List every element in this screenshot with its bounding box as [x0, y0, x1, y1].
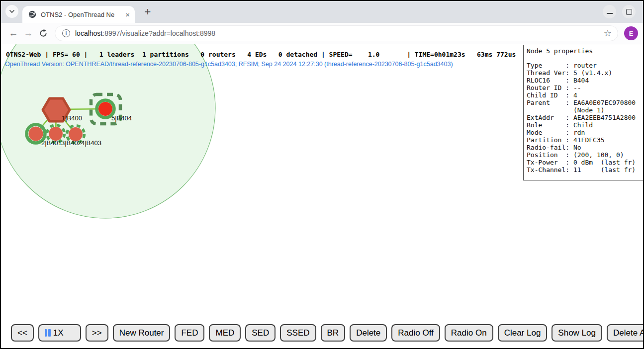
step-forward-button[interactable]: >>	[86, 324, 108, 342]
navigation-toolbar: ← → i localhost:8997/visualize?addr=loca…	[1, 23, 643, 44]
tab-close-icon[interactable]: ×	[125, 11, 130, 18]
node-3-body	[49, 127, 63, 141]
page-content: OTNS2-Web | FPS= 60 | 1 leaders 1 partit…	[1, 44, 643, 348]
delete-button[interactable]: Delete	[350, 324, 387, 342]
url-text[interactable]: localhost:8997/visualize?addr=localhost:…	[75, 29, 600, 37]
chevron-down-icon	[9, 9, 15, 13]
minimize-icon	[607, 13, 613, 14]
tab-favicon-globe-icon	[28, 10, 36, 18]
forward-button[interactable]: →	[21, 26, 36, 41]
node-1-label: 1|B400	[62, 114, 82, 122]
speed-label: 1X	[53, 328, 64, 338]
med-button[interactable]: MED	[209, 324, 241, 342]
tab-search-button[interactable]	[5, 5, 18, 18]
profile-avatar[interactable]: E	[624, 26, 638, 40]
new-router-button[interactable]: New Router	[113, 324, 171, 342]
radio-off-button[interactable]: Radio Off	[391, 324, 440, 342]
new-tab-button[interactable]: +	[141, 5, 154, 18]
bookmark-star-icon[interactable]: ☆	[604, 28, 612, 39]
node-properties-panel: Node 5 properties Type : router Thread V…	[523, 45, 644, 180]
show-log-button[interactable]: Show Log	[552, 324, 602, 342]
reload-icon	[39, 29, 48, 38]
page-info-icon[interactable]: i	[62, 29, 70, 37]
node-5-label: 5|B404	[111, 114, 132, 122]
action-toolbar: << 1X >> New Router FED MED SED SSED BR …	[11, 324, 644, 342]
tab-title: OTNS2 - OpenThread Ne	[41, 11, 122, 18]
back-button[interactable]: ←	[6, 26, 21, 41]
clear-log-button[interactable]: Clear Log	[498, 324, 548, 342]
address-bar[interactable]: i localhost:8997/visualize?addr=localhos…	[55, 25, 618, 41]
node-2-label: 2|B401	[41, 139, 62, 147]
node-4-label: 4|B403	[81, 139, 101, 147]
fed-button[interactable]: FED	[175, 324, 204, 342]
maximize-button[interactable]	[622, 5, 636, 18]
node-5-body	[98, 102, 112, 116]
br-button[interactable]: BR	[321, 324, 346, 342]
simulation-status-bar: OTNS2-Web | FPS= 60 | 1 leaders 1 partit…	[6, 51, 516, 58]
node-3-label: 3|B402	[61, 139, 82, 147]
tab-bar: OTNS2 - OpenThread Ne × +	[1, 1, 643, 23]
sed-button[interactable]: SED	[245, 324, 276, 342]
url-host: localhost	[75, 29, 102, 37]
delete-all-button[interactable]: Delete All	[607, 324, 644, 342]
pause-icon	[45, 329, 51, 337]
step-back-button[interactable]: <<	[11, 324, 34, 342]
radio-on-button[interactable]: Radio On	[445, 324, 493, 342]
url-path: :8997/visualize?addr=localhost:8998	[102, 29, 215, 37]
network-canvas[interactable]	[1, 44, 523, 349]
browser-tab[interactable]: OTNS2 - OpenThread Ne ×	[22, 6, 135, 23]
browser-window: OTNS2 - OpenThread Ne × + ← → i localhos…	[0, 0, 644, 349]
speed-button[interactable]: 1X	[38, 324, 81, 342]
maximize-icon	[626, 9, 632, 15]
panel-body: Type : router Thread Ver: 5 (v1.4.x) RLO…	[527, 62, 644, 174]
openthread-version-link[interactable]: OpenThread Version: OPENTHREAD/thread-re…	[5, 61, 453, 68]
minimize-button[interactable]	[603, 5, 616, 18]
ssed-button[interactable]: SSED	[280, 324, 316, 342]
panel-title: Node 5 properties	[527, 47, 644, 55]
reload-button[interactable]	[36, 26, 51, 41]
